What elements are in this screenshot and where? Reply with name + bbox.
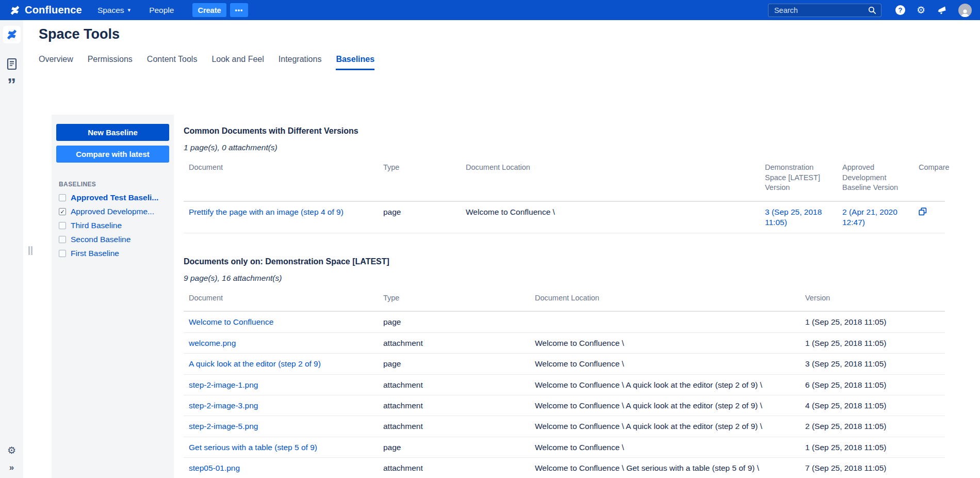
space-settings-gear-icon[interactable]: ⚙ — [7, 445, 16, 455]
section-count: 9 page(s), 16 attachment(s) — [184, 274, 947, 283]
baselines-panel: New Baseline Compare with latest BASELIN… — [52, 115, 174, 478]
type-cell: page — [378, 437, 530, 457]
latest-only-documents-table: DocumentTypeDocument LocationVersion Wel… — [184, 288, 945, 478]
document-link[interactable]: A quick look at the editor (step 2 of 9) — [189, 359, 321, 368]
rail-bottom-group: ⚙ » — [7, 445, 16, 472]
section-heading: Documents only on: Demonstration Space [… — [184, 257, 947, 266]
tab-permissions[interactable]: Permissions — [88, 55, 133, 70]
table-row: step-2-image-5.pngattachmentWelcome to C… — [184, 416, 945, 437]
document-link[interactable]: step-2-image-3.png — [189, 401, 258, 410]
baseline-link[interactable]: Second Baseline — [71, 235, 130, 244]
column-header: Document Location — [530, 288, 800, 312]
version-cell: 1 (Sep 25, 2018 11:05) — [800, 332, 945, 353]
common-documents-table: DocumentTypeDocument LocationDemonstrati… — [184, 157, 945, 233]
location-cell: Welcome to Confluence \ A quick look at … — [530, 416, 800, 437]
chevron-down-icon: ▾ — [128, 7, 131, 13]
baseline-link[interactable]: Third Baseline — [71, 221, 122, 230]
nav-people[interactable]: People — [149, 6, 174, 15]
version-cell: 6 (Sep 25, 2018 11:05) — [800, 374, 945, 395]
baseline-link[interactable]: First Baseline — [71, 249, 119, 258]
user-avatar[interactable] — [958, 4, 972, 17]
baseline-link[interactable]: Approved Test Baseli... — [71, 193, 158, 202]
help-icon[interactable]: ? — [895, 5, 905, 15]
tab-baselines[interactable]: Baselines — [336, 55, 374, 70]
column-header: Demonstration Space [LATEST] Version — [760, 157, 837, 201]
space-logo-icon[interactable] — [3, 26, 21, 43]
confluence-logo-icon[interactable] — [9, 5, 21, 16]
tab-overview[interactable]: Overview — [39, 55, 73, 70]
baseline-link[interactable]: Approved Developme... — [71, 207, 154, 216]
create-button[interactable]: Create — [192, 3, 226, 17]
page-title: Space Tools — [39, 26, 120, 42]
document-link[interactable]: step-2-image-1.png — [189, 380, 258, 389]
column-header: Compare — [913, 157, 945, 201]
type-cell: attachment — [378, 332, 530, 353]
tab-content-tools[interactable]: Content Tools — [147, 55, 198, 70]
document-link[interactable]: Get serious with a table (step 5 of 9) — [189, 443, 317, 452]
space-sidebar-rail: ” ⚙ » — [0, 20, 23, 478]
document-link[interactable]: Prettify the page with an image (step 4 … — [189, 208, 344, 216]
compare-icon[interactable] — [919, 208, 927, 216]
baseline-checkbox[interactable] — [59, 250, 66, 257]
baseline-checkbox[interactable] — [59, 194, 66, 201]
document-link[interactable]: step05-01.png — [189, 464, 240, 472]
column-header: Type — [378, 157, 461, 201]
baseline-checkbox[interactable]: ✓ — [59, 208, 66, 215]
column-header: Version — [800, 288, 945, 312]
baseline-list-item: Third Baseline — [59, 221, 169, 230]
location-cell: Welcome to Confluence \ — [530, 437, 800, 457]
baseline-list: Approved Test Baseli...✓Approved Develop… — [56, 193, 169, 258]
confluence-brand-title[interactable]: Confluence — [25, 4, 82, 16]
table-row: welcome.pngattachmentWelcome to Confluen… — [184, 332, 945, 353]
sidebar-resize-handle[interactable] — [28, 246, 32, 255]
location-cell: Welcome to Confluence \ Get serious with… — [530, 458, 800, 478]
baseline-checkbox[interactable] — [59, 222, 66, 229]
common-documents-section: Common Documents with Different Versions… — [184, 126, 947, 233]
type-cell: attachment — [378, 395, 530, 416]
type-cell: attachment — [378, 458, 530, 478]
location-cell — [530, 311, 800, 332]
baseline-comparison-content: Common Documents with Different Versions… — [184, 126, 947, 478]
nav-spaces-label: Spaces — [97, 6, 124, 15]
tab-look-and-feel[interactable]: Look and Feel — [211, 55, 264, 70]
document-link[interactable]: step-2-image-5.png — [189, 422, 258, 431]
type-cell: page — [378, 354, 530, 374]
table-row: step-2-image-3.pngattachmentWelcome to C… — [184, 395, 945, 416]
document-link[interactable]: welcome.png — [189, 339, 236, 347]
gear-icon[interactable]: ⚙ — [917, 5, 925, 15]
baseline-checkbox[interactable] — [59, 236, 66, 243]
baseline-list-item: Approved Test Baseli... — [59, 193, 169, 202]
baseline-version-link[interactable]: 2 (Apr 21, 2020 12:47) — [842, 208, 897, 227]
pages-icon[interactable] — [7, 58, 17, 70]
megaphone-icon[interactable] — [937, 5, 947, 15]
new-baseline-button[interactable]: New Baseline — [56, 124, 169, 141]
nav-spaces[interactable]: Spaces ▾ — [97, 6, 130, 15]
quote-icon[interactable]: ” — [7, 75, 16, 89]
version-cell: 1 (Sep 25, 2018 11:05) — [800, 311, 945, 332]
latest-version-link[interactable]: 3 (Sep 25, 2018 11:05) — [765, 208, 822, 227]
column-header: Document — [184, 157, 378, 201]
type-cell: page — [378, 201, 461, 233]
search-icon[interactable] — [868, 6, 876, 14]
location-cell: Welcome to Confluence \ — [530, 354, 800, 374]
more-actions-button[interactable]: ••• — [230, 3, 249, 17]
compare-with-latest-button[interactable]: Compare with latest — [56, 146, 169, 163]
table-header-row: DocumentTypeDocument LocationVersion — [184, 288, 945, 312]
expand-sidebar-icon[interactable]: » — [9, 463, 14, 472]
latest-only-documents-section: Documents only on: Demonstration Space [… — [184, 257, 947, 478]
baselines-list-title: BASELINES — [59, 181, 169, 188]
location-cell: Welcome to Confluence \ — [461, 201, 760, 233]
type-cell: attachment — [378, 416, 530, 437]
location-cell: Welcome to Confluence \ A quick look at … — [530, 374, 800, 395]
column-header: Approved Development Baseline Version — [837, 157, 913, 201]
space-tools-tabs: OverviewPermissionsContent ToolsLook and… — [39, 55, 374, 70]
search-box[interactable] — [768, 4, 881, 17]
baseline-list-item: ✓Approved Developme... — [59, 207, 169, 216]
main-content: Space Tools OverviewPermissionsContent T… — [23, 20, 980, 478]
tab-integrations[interactable]: Integrations — [279, 55, 322, 70]
search-input[interactable] — [773, 6, 868, 15]
document-link[interactable]: Welcome to Confluence — [189, 317, 273, 326]
type-cell: attachment — [378, 374, 530, 395]
table-row: step05-01.pngattachmentWelcome to Conflu… — [184, 458, 945, 478]
table-row: Welcome to Confluencepage1 (Sep 25, 2018… — [184, 311, 945, 332]
